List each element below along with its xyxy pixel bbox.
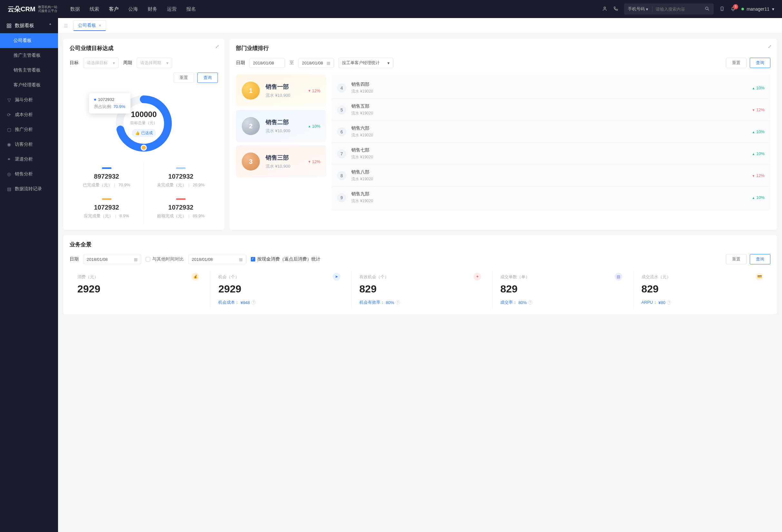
top-menu-item[interactable]: 公海 xyxy=(128,6,138,12)
rank-number: 8 xyxy=(337,171,346,180)
rank-row[interactable]: 7销售七部流水 ¥19020▲ 10% xyxy=(331,143,771,165)
help-icon[interactable]: ? xyxy=(528,300,533,305)
pan-date1[interactable]: 2018/01/08▦ xyxy=(83,255,141,264)
stat-cell: 1072932应完成量（元）|8.9% xyxy=(70,193,144,224)
logo[interactable]: 云朵CRM 教育机构一站 式服务云平台 xyxy=(8,5,58,13)
top-menu-item[interactable]: 客户 xyxy=(109,6,119,12)
rank-row[interactable]: 4销售四部流水 ¥19020▲ 10% xyxy=(331,77,771,99)
donut-total: 100000 xyxy=(131,110,157,119)
card-panorama: 业务全景 日期 2018/01/08▦ 与其他时间对比 2018/01/08▦ … xyxy=(63,235,777,314)
top-nav: 云朵CRM 教育机构一站 式服务云平台 数据线索客户公海财务运营报名 手机号码▾… xyxy=(0,0,782,18)
svg-rect-5 xyxy=(7,26,9,28)
pan-filters: 日期 2018/01/08▦ 与其他时间对比 2018/01/08▦ 按现金消费… xyxy=(70,254,771,264)
search-type-select[interactable]: 手机号码▾ xyxy=(624,6,652,12)
user-icon[interactable] xyxy=(602,6,607,12)
sidebar-item[interactable]: ▽漏斗分析 xyxy=(0,93,58,107)
sidebar-icon: ⚭ xyxy=(6,157,11,162)
rank-groupby-select[interactable]: 按工单客户经理统计▾ xyxy=(339,58,393,68)
tab-close-icon[interactable]: × xyxy=(99,23,101,28)
phone-icon[interactable] xyxy=(613,6,618,12)
rank-row[interactable]: 8销售八部流水 ¥19020▼ 12% xyxy=(331,165,771,186)
sidebar-icon: ◎ xyxy=(6,172,11,177)
top-menu-item[interactable]: 数据 xyxy=(70,6,80,12)
svg-rect-3 xyxy=(7,24,9,26)
svg-point-1 xyxy=(706,7,708,9)
top-menu-item[interactable]: 财务 xyxy=(148,6,157,12)
tabs-menu-icon[interactable]: ☰ xyxy=(62,21,70,30)
logo-mark: 云朵CRM xyxy=(8,5,35,13)
compare-checkbox[interactable] xyxy=(146,257,150,261)
goal-reset-button[interactable]: 重置 xyxy=(173,73,194,83)
target-select[interactable]: 请选择目标▾ xyxy=(83,58,119,68)
help-icon[interactable]: ? xyxy=(667,300,671,305)
sidebar-icon: ▢ xyxy=(6,127,11,132)
top-menu-item[interactable]: 线索 xyxy=(90,6,99,12)
sidebar-group: 数据看板 ˄ 公司看板推广主管看板销售主管看板客户经理看板 xyxy=(0,18,58,93)
panorama-cell: 成交单数（单）▤829成交率：80%? xyxy=(492,271,629,309)
stat-checkbox-wrap[interactable]: 按现金消费（返点后消费）统计 xyxy=(251,256,320,262)
rank-row[interactable]: 9销售九部流水 ¥19020▲ 10% xyxy=(331,186,771,208)
search-input[interactable] xyxy=(652,7,701,11)
panorama-cell: 消费（元）💰2929 xyxy=(70,271,206,309)
panorama-cell: 成交流水（元）💳829ARPU：¥80? xyxy=(633,271,771,309)
rank-filters: 日期 2018/01/08 至 2018/01/08▦ 按工单客户经理统计▾ 重… xyxy=(236,58,771,68)
expand-icon[interactable]: ⤢ xyxy=(215,44,219,49)
sidebar-icon: ◉ xyxy=(6,142,11,147)
period-select[interactable]: 请选择周期▾ xyxy=(137,58,172,68)
user-menu[interactable]: manager11 ▾ xyxy=(741,6,774,11)
chevron-up-icon: ˄ xyxy=(49,23,51,29)
search-icon[interactable] xyxy=(701,6,714,12)
top-menu-item[interactable]: 运营 xyxy=(167,6,177,12)
rank-date-from[interactable]: 2018/01/08 xyxy=(249,58,285,68)
tabs-bar: ☰ 公司看板 × xyxy=(58,18,782,34)
rank-reset-button[interactable]: 重置 xyxy=(726,58,747,68)
search-box: 手机号码▾ xyxy=(624,4,714,14)
rank-row[interactable]: 5销售五部流水 ¥19020▼ 12% xyxy=(331,99,771,120)
pan-query-button[interactable]: 查询 xyxy=(750,254,771,264)
medal-icon: 1 xyxy=(242,81,260,100)
pan-reset-button[interactable]: 重置 xyxy=(726,254,747,264)
sidebar-item[interactable]: 推广主管看板 xyxy=(0,48,58,63)
compare-checkbox-wrap[interactable]: 与其他时间对比 xyxy=(146,256,184,262)
device-icon[interactable] xyxy=(719,6,724,12)
top-menu: 数据线索客户公海财务运营报名 xyxy=(70,6,196,12)
sidebar-item[interactable]: 销售主管看板 xyxy=(0,63,58,78)
tab-company-board[interactable]: 公司看板 × xyxy=(73,20,106,31)
rank-card[interactable]: 1销售一部流水 ¥10,900▼12% xyxy=(236,74,326,107)
rank-card[interactable]: 3销售三部流水 ¥10,900▼12% xyxy=(236,145,326,178)
panorama-cell: 有效机会（个）✦829机会有效率：80%? xyxy=(351,271,488,309)
help-icon[interactable]: ? xyxy=(251,300,256,305)
pan-date2[interactable]: 2018/01/08▦ xyxy=(188,255,246,264)
goal-filters: 目标 请选择目标▾ 周期 请选择周期▾ 重置 查询 xyxy=(70,58,218,83)
stat-checkbox[interactable] xyxy=(251,257,255,261)
metric-icon: ➤ xyxy=(333,273,341,281)
bell-icon[interactable]: 5 xyxy=(731,6,736,12)
svg-rect-6 xyxy=(9,26,11,28)
sidebar-item[interactable]: ◎销售分析 xyxy=(0,167,58,181)
sidebar-item[interactable]: ⚭渠道分析 xyxy=(0,152,58,167)
medal-icon: 2 xyxy=(242,117,260,135)
rank-card[interactable]: 2销售二部流水 ¥10,900▲10% xyxy=(236,110,326,142)
rank-date-to[interactable]: 2018/01/08▦ xyxy=(298,58,334,68)
main: ☰ 公司看板 × ⤢ 公司业绩目标达成 目标 请选择目标▾ 周期 请选择周期▾ xyxy=(58,18,782,532)
top-menu-item[interactable]: 报名 xyxy=(186,6,196,12)
rank-query-button[interactable]: 查询 xyxy=(750,58,771,68)
sidebar-item[interactable]: 公司看板 xyxy=(0,33,58,48)
card-rank-title: 部门业绩排行 xyxy=(236,44,771,52)
help-icon[interactable]: ? xyxy=(395,300,400,305)
expand-icon[interactable]: ⤢ xyxy=(768,44,772,49)
sidebar-item[interactable]: ▢推广分析 xyxy=(0,122,58,137)
sidebar-item[interactable]: ◉访客分析 xyxy=(0,137,58,152)
stat-cell: 8972932已完成量（元）|70.9% xyxy=(70,162,144,193)
sidebar-item[interactable]: 客户经理看板 xyxy=(0,78,58,93)
rank-number: 9 xyxy=(337,193,346,202)
sidebar-item[interactable]: ⟳成本分析 xyxy=(0,107,58,122)
rank-row[interactable]: 6销售六部流水 ¥19020▲ 10% xyxy=(331,120,771,143)
metric-icon: 💳 xyxy=(755,273,763,281)
chevron-down-icon: ▾ xyxy=(772,6,774,11)
goal-query-button[interactable]: 查询 xyxy=(197,73,218,83)
sidebar-item[interactable]: ▤数据流转记录 xyxy=(0,181,58,197)
sidebar-group-header[interactable]: 数据看板 ˄ xyxy=(0,18,58,33)
donut-chart: 1072932 所占比例:70.9% 100000 目标总量（元） xyxy=(70,89,218,224)
stat-cell: 1072932未完成量（元）|20.9% xyxy=(144,162,218,193)
